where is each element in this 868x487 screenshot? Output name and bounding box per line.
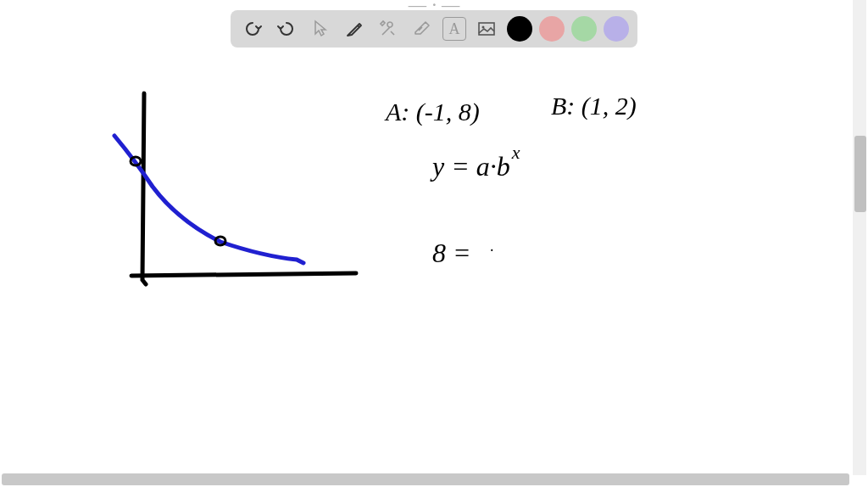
eraser-icon [412,19,432,39]
whiteboard-canvas[interactable]: — · — A: (-1, 8) B: (1, 2) y = a·bx 8 = … [0,0,868,487]
vertical-scrollbar[interactable] [853,0,866,475]
redo-button[interactable] [273,15,300,42]
point-b-label: B: (1, 2) [551,92,637,120]
undo-button[interactable] [239,15,266,42]
step-text: 8 = [432,238,471,269]
horizontal-scrollbar[interactable] [2,473,849,485]
image-icon [476,19,497,39]
color-black[interactable] [507,16,532,42]
equation-text: y = a·bx [432,148,519,182]
image-button[interactable] [473,15,500,42]
pointer-button[interactable] [307,15,334,42]
pen-button[interactable] [341,15,368,42]
pointer-icon [310,19,331,39]
color-purple[interactable] [604,16,629,42]
eraser-button[interactable] [409,15,436,42]
text-button[interactable]: A [442,17,466,41]
undo-icon [242,19,263,39]
drawing-toolbar: A [231,10,637,48]
color-pink[interactable] [539,16,565,42]
dot-mark: · [490,242,494,260]
tools-button[interactable] [375,15,402,42]
text-icon: A [449,20,460,38]
pen-icon [344,19,364,39]
point-a-label: A: (-1, 8) [386,98,480,126]
color-green[interactable] [571,16,597,42]
vertical-scrollbar-thumb[interactable] [854,136,866,212]
redo-icon [276,19,297,39]
graph-drawing [85,85,364,305]
tools-icon [378,19,398,39]
